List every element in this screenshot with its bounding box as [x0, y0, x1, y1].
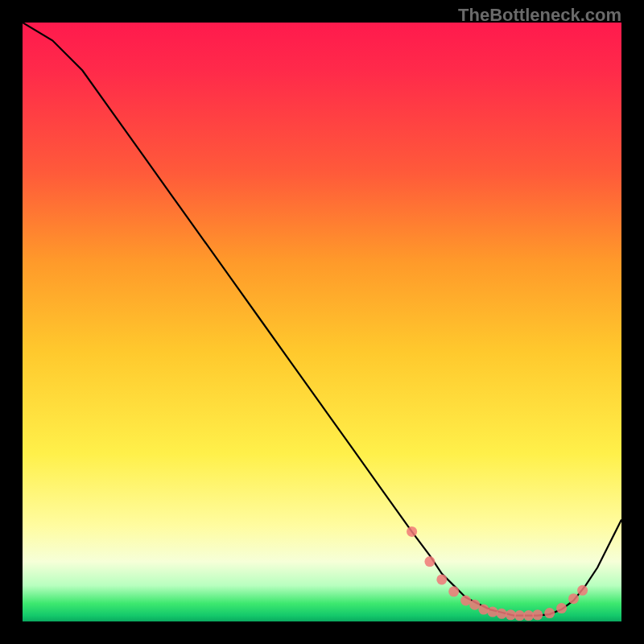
chart-dot	[436, 574, 447, 584]
chart-dot	[568, 593, 579, 604]
chart-dot-markers	[407, 526, 588, 621]
chart-dot	[556, 603, 567, 613]
chart-dot	[407, 526, 417, 537]
chart-plot-area	[23, 23, 621, 621]
watermark-text: TheBottleneck.com	[458, 5, 621, 26]
chart-dot	[523, 610, 534, 621]
chart-dot	[424, 556, 435, 567]
chart-curve-line	[23, 23, 621, 616]
chart-svg	[23, 23, 621, 621]
chart-dot	[478, 605, 489, 615]
chart-dot	[514, 610, 525, 621]
chart-dot	[577, 585, 588, 596]
chart-dot	[448, 586, 459, 597]
chart-dot	[469, 600, 480, 610]
chart-dot	[497, 609, 507, 619]
chart-dot	[544, 608, 555, 618]
chart-dot	[460, 596, 471, 606]
chart-dot	[506, 609, 516, 620]
chart-dot	[532, 609, 543, 620]
chart-dot	[488, 607, 498, 617]
